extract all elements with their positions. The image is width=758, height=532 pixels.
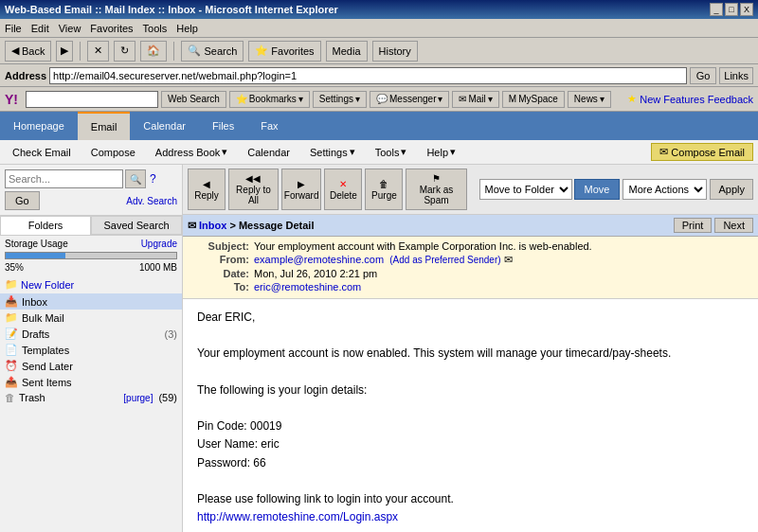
folder-inbox[interactable]: 📥 Inbox [0, 293, 182, 310]
next-button[interactable]: Next [714, 218, 753, 233]
menu-help[interactable]: Help [176, 23, 198, 34]
favorites-button[interactable]: ⭐ Favorites [248, 41, 320, 62]
feedback-link[interactable]: Feedback [708, 94, 753, 105]
trash-purge: [purge] [123, 393, 153, 403]
messenger-button[interactable]: 💬 Messenger ▾ [370, 91, 449, 108]
tab-calendar[interactable]: Calendar [130, 112, 199, 140]
news-button[interactable]: News ▾ [568, 91, 611, 108]
nav-settings[interactable]: Settings ▾ [302, 143, 363, 161]
purge-icon: 🗑 [379, 179, 388, 189]
add-sender-link[interactable]: (Add as Preferred Sender) [389, 255, 500, 265]
menu-edit[interactable]: Edit [31, 23, 49, 34]
menu-tools[interactable]: Tools [143, 23, 168, 34]
search-button[interactable]: 🔍 [125, 169, 146, 188]
move-to-folder-select[interactable]: Move to Folder [479, 179, 572, 200]
address-go-button[interactable]: Go [690, 67, 717, 84]
folder-templates[interactable]: 📄 Templates [0, 342, 182, 358]
new-features-link[interactable]: New Features [640, 94, 704, 105]
nav-compose[interactable]: Compose [83, 144, 143, 161]
address-bar: Address Go Links [0, 64, 758, 87]
delete-button[interactable]: ✕ Delete [324, 168, 362, 210]
media-button[interactable]: Media [326, 41, 368, 62]
menu-favorites[interactable]: Favorites [90, 23, 133, 34]
myspace-button[interactable]: M MySpace [502, 91, 565, 108]
folder-trash[interactable]: 🗑 Trash [purge] (59) [0, 390, 182, 405]
folder-send-later[interactable]: ⏰ Send Later [0, 358, 182, 374]
compose-email-button[interactable]: ✉ Compose Email [651, 143, 753, 161]
settings-button[interactable]: Settings ▾ [313, 91, 367, 108]
stop-button[interactable]: ✕ [87, 41, 109, 62]
mail-button[interactable]: ✉ Mail ▾ [452, 91, 498, 108]
message-header-bar: ✉ Inbox > Message Detail Print Next [183, 215, 758, 237]
email-icon: ✉ [504, 254, 513, 265]
user-name: User Name: eric [197, 437, 280, 451]
adv-search-row: Go Adv. Search [5, 191, 177, 210]
password: Password: 66 [197, 456, 266, 470]
advanced-search-link[interactable]: Adv. Search [126, 196, 177, 206]
apply-button[interactable]: Apply [710, 179, 753, 200]
reply-button[interactable]: ◀ Reply [188, 168, 226, 210]
move-button[interactable]: Move [574, 179, 621, 200]
back-button[interactable]: ◀ Back [5, 41, 51, 62]
links-button[interactable]: Links [719, 67, 753, 84]
inbox-breadcrumb-link[interactable]: Inbox [199, 220, 226, 231]
menu-file[interactable]: File [5, 23, 22, 34]
tab-fax[interactable]: Fax [247, 112, 291, 140]
folder-bulk-mail[interactable]: 📁 Bulk Mail [0, 310, 182, 326]
bookmarks-button[interactable]: ⭐ Bookmarks ▾ [229, 91, 310, 108]
nav-help[interactable]: Help ▾ [419, 143, 463, 161]
nav-tools[interactable]: Tools ▾ [368, 143, 415, 161]
login-link[interactable]: http://www.remoteshine.com/Login.aspx [197, 510, 398, 523]
forward-button[interactable]: ▶ [56, 41, 73, 62]
refresh-button[interactable]: ↻ [114, 41, 135, 62]
new-folder-button[interactable]: 📁 New Folder [0, 275, 182, 293]
from-email-link[interactable]: example@remoteshine.com [254, 254, 384, 265]
minimize-button[interactable]: _ [710, 3, 723, 16]
nav-check-email[interactable]: Check Email [5, 144, 79, 161]
search-help-icon[interactable]: ? [150, 172, 156, 186]
mark-as-spam-button[interactable]: ⚑ Mark as Spam [406, 168, 466, 210]
saved-search-tab[interactable]: Saved Search [91, 216, 182, 235]
reply-all-button[interactable]: ◀◀ Reply to All [228, 168, 279, 210]
date-row: Date: Mon, Jul 26, 2010 2:21 pm [192, 268, 749, 279]
more-actions-select[interactable]: More Actions [623, 179, 707, 200]
sidebar: 🔍 ? Go Adv. Search Folders Saved Search … [0, 165, 183, 532]
from-row: From: example@remoteshine.com (Add as Pr… [192, 254, 749, 266]
tab-email[interactable]: Email [78, 112, 131, 140]
drafts-icon: 📝 [5, 328, 18, 340]
storage-label: Storage Usage [5, 239, 68, 249]
to-label: To: [192, 281, 249, 293]
greeting: Dear ERIC, [197, 310, 255, 324]
web-search-button[interactable]: Web Search [161, 91, 226, 108]
reply-all-icon: ◀◀ [245, 173, 261, 184]
content-area: ◀ Reply ◀◀ Reply to All ▶ Forward ✕ Dele… [183, 165, 758, 532]
storage-progress [5, 252, 177, 259]
nav-address-book[interactable]: Address Book ▾ [148, 143, 235, 161]
purge-button[interactable]: 🗑 Purge [365, 168, 403, 210]
close-button[interactable]: X [740, 3, 753, 16]
search-toolbar-button[interactable]: 🔍 Search [181, 41, 244, 62]
folders-tab[interactable]: Folders [0, 216, 91, 235]
go-button[interactable]: Go [5, 191, 40, 210]
upgrade-link[interactable]: Upgrade [141, 239, 177, 249]
menu-view[interactable]: View [59, 23, 81, 34]
folder-drafts[interactable]: 📝 Drafts (3) [0, 326, 182, 342]
address-input[interactable] [49, 67, 687, 84]
forward-icon: ▶ [298, 179, 305, 189]
forward-button[interactable]: ▶ Forward [281, 168, 322, 210]
yahoo-search-input[interactable] [26, 91, 158, 108]
pin-code: Pin Code: 00019 [197, 419, 281, 433]
tab-homepage[interactable]: Homepage [0, 112, 78, 140]
nav-calendar[interactable]: Calendar [240, 144, 298, 161]
search-input[interactable] [5, 169, 123, 188]
home-button[interactable]: 🏠 [140, 41, 167, 62]
folder-sent-items[interactable]: 📤 Sent Items [0, 374, 182, 390]
tab-files[interactable]: Files [199, 112, 247, 140]
from-label: From: [192, 254, 249, 266]
subject-row: Subject: Your employment account with Ex… [192, 240, 749, 252]
yahoo-logo: Y! [5, 92, 18, 107]
maximize-button[interactable]: □ [725, 3, 738, 16]
print-button[interactable]: Print [674, 218, 713, 233]
history-button[interactable]: History [372, 41, 418, 62]
to-email-link[interactable]: eric@remoteshine.com [254, 281, 361, 293]
